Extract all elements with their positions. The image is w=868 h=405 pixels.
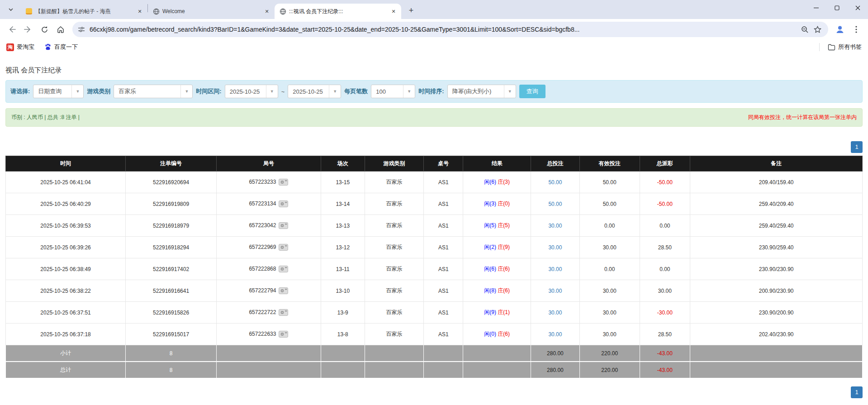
- video-icon[interactable]: [279, 200, 288, 207]
- select-label: 请选择:: [10, 87, 30, 95]
- reload-button[interactable]: [37, 22, 52, 37]
- game-kind-select[interactable]: 百家乐 ▼: [114, 85, 193, 98]
- cell-table: AS1: [424, 280, 463, 302]
- tab-forum[interactable]: 【新提醒】杨雪儿的帖子 - 海燕 ✕: [21, 4, 147, 19]
- maximize-button[interactable]: [826, 0, 847, 15]
- home-button[interactable]: [53, 22, 68, 37]
- per-page-label: 每页笔数: [344, 87, 368, 95]
- sort-label: 时间排序:: [418, 87, 444, 95]
- minimize-button[interactable]: [806, 0, 826, 15]
- tab-close-icon[interactable]: ✕: [389, 7, 398, 15]
- pagination-bottom: 1: [5, 386, 863, 398]
- search-button[interactable]: 查询: [519, 85, 545, 98]
- cell-round-id: 657222794: [216, 280, 321, 302]
- cell-valid-bet: 30.00: [579, 237, 640, 258]
- cell-total-bet[interactable]: 30.00: [531, 258, 579, 280]
- col-time: 时间: [6, 156, 126, 172]
- close-button[interactable]: [847, 0, 868, 15]
- page-title: 视讯 会员下注纪录: [5, 66, 868, 75]
- video-icon[interactable]: [279, 287, 288, 294]
- cell-result: 闲(8) 庄(6): [463, 280, 531, 302]
- forum-favicon: [25, 8, 33, 15]
- cell-table: AS1: [424, 302, 463, 324]
- tab-close-icon[interactable]: ✕: [136, 7, 144, 15]
- cell-total-bet[interactable]: 50.00: [531, 172, 579, 193]
- cell-remark: 230.90/200.90: [690, 302, 863, 324]
- cell-total-bet[interactable]: 30.00: [531, 280, 579, 302]
- chevron-down-icon: ▼: [266, 85, 278, 98]
- video-icon[interactable]: [279, 331, 288, 338]
- video-icon[interactable]: [279, 309, 288, 316]
- bookmark-baidu[interactable]: 百度一下: [44, 43, 78, 51]
- cell-remark: 230.90/230.90: [690, 258, 863, 280]
- site-settings-icon: [78, 26, 85, 33]
- col-session: 场次: [321, 156, 365, 172]
- cell-valid-bet: 30.00: [579, 280, 640, 302]
- video-icon[interactable]: [279, 222, 288, 229]
- cell-total-bet[interactable]: 50.00: [531, 193, 579, 215]
- total-count: 8: [126, 362, 217, 378]
- chevron-down-icon: ▼: [329, 85, 341, 98]
- forward-button[interactable]: [21, 22, 35, 37]
- cell-total-bet[interactable]: 30.00: [531, 215, 579, 237]
- pagination-top: 1: [5, 141, 863, 153]
- per-page-select[interactable]: 100 ▼: [371, 85, 415, 98]
- bookmark-star-button[interactable]: [811, 23, 824, 36]
- folder-icon: [828, 44, 835, 51]
- tab-welcome[interactable]: Welcome ✕: [148, 4, 275, 19]
- reload-icon: [41, 26, 48, 33]
- date-end-select[interactable]: 2025-10-25 ▼: [288, 85, 341, 98]
- cell-table: AS1: [424, 237, 463, 258]
- menu-button[interactable]: [849, 22, 863, 37]
- zoom-indicator-button[interactable]: [798, 23, 811, 36]
- subtotal-valid-bet: 220.00: [579, 345, 640, 362]
- table-row: 2025-10-25 06:39:26 522916918294 6572229…: [6, 237, 863, 258]
- all-bookmarks[interactable]: 所有书签: [819, 43, 862, 51]
- cell-game: 百家乐: [365, 302, 424, 324]
- table-row: 2025-10-25 06:39:53 522916918979 6572230…: [6, 215, 863, 237]
- bookmarks-bar: 淘 爱淘宝 百度一下 所有书签: [0, 40, 868, 54]
- cell-table: AS1: [424, 258, 463, 280]
- cell-round-id: 657223134: [216, 193, 321, 215]
- subtotal-row: 小计 8 280.00 220.00 -43.00: [6, 345, 863, 362]
- tab-search-button[interactable]: [5, 3, 17, 16]
- page-1-button[interactable]: 1: [851, 141, 863, 153]
- cell-result: 闲(9) 庄(1): [463, 302, 531, 324]
- bookmark-taobao[interactable]: 淘 爱淘宝: [6, 43, 34, 51]
- cell-remark: 202.40/230.90: [690, 324, 863, 345]
- table-row: 2025-10-25 06:40:29 522916919809 6572231…: [6, 193, 863, 215]
- back-button[interactable]: [5, 22, 19, 37]
- cell-round-id: 657222722: [216, 302, 321, 324]
- cell-total-bet[interactable]: 30.00: [531, 237, 579, 258]
- cell-bet-id: 522916919809: [126, 193, 217, 215]
- chevron-down-icon: ▼: [403, 85, 415, 98]
- cell-payout: 0.00: [640, 215, 690, 237]
- cell-result: 闲(6) 庄(6): [463, 258, 531, 280]
- cell-bet-id: 522916918979: [126, 215, 217, 237]
- url-text[interactable]: 66cxkj98.com/game/betrecord_search/kind3…: [90, 26, 798, 33]
- new-tab-button[interactable]: +: [405, 4, 417, 17]
- cell-total-bet[interactable]: 30.00: [531, 324, 579, 345]
- query-type-select[interactable]: 日期查询 ▼: [33, 85, 84, 98]
- cell-session: 13-14: [321, 193, 365, 215]
- page-1-button[interactable]: 1: [851, 386, 863, 398]
- address-bar[interactable]: 66cxkj98.com/game/betrecord_search/kind3…: [72, 22, 828, 37]
- cell-payout: -50.00: [640, 172, 690, 193]
- tab-betrecord[interactable]: :::视讯 会员下注纪录::: ✕: [275, 4, 401, 19]
- date-start-select[interactable]: 2025-10-25 ▼: [225, 85, 278, 98]
- profile-avatar[interactable]: [833, 22, 847, 37]
- bookmark-label: 爱淘宝: [17, 43, 34, 51]
- all-bookmarks-label: 所有书签: [838, 43, 862, 51]
- video-icon[interactable]: [279, 244, 288, 251]
- globe-icon: [152, 8, 160, 15]
- cell-total-bet[interactable]: 30.00: [531, 302, 579, 324]
- cell-valid-bet: 50.00: [579, 193, 640, 215]
- tab-close-icon[interactable]: ✕: [263, 7, 271, 15]
- video-icon[interactable]: [279, 179, 288, 186]
- sort-select[interactable]: 降幂(由大到小) ▼: [447, 85, 516, 98]
- cell-payout: 28.50: [640, 237, 690, 258]
- video-icon[interactable]: [279, 266, 288, 272]
- cell-game: 百家乐: [365, 258, 424, 280]
- filter-bar: 请选择: 日期查询 ▼ 游戏类别 百家乐 ▼ 时间区间: 2025-10-25 …: [5, 80, 863, 103]
- cell-session: 13-10: [321, 280, 365, 302]
